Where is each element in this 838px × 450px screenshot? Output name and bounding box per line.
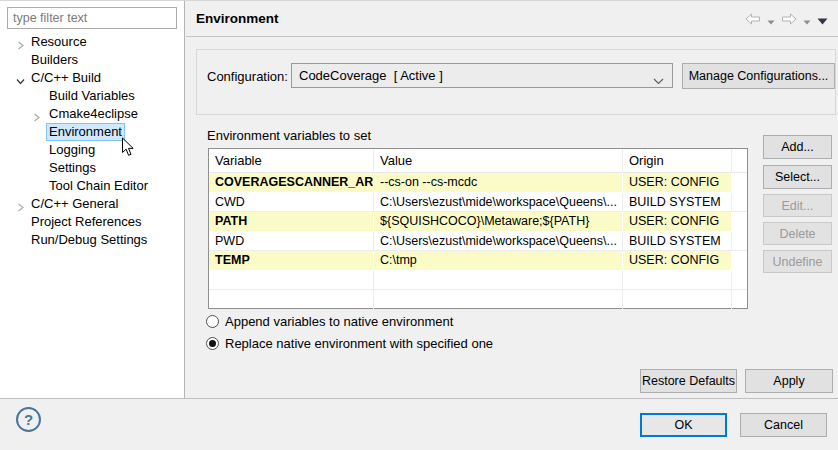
sidebar-item-label: Resource (29, 34, 89, 50)
column-header-variable[interactable]: Variable (209, 149, 374, 172)
sidebar-item-settings[interactable]: Settings (0, 159, 185, 177)
env-variables-table: Variable Value Origin COVERAGESCANNER_AR… (208, 148, 748, 309)
configuration-combobox[interactable]: CodeCoverage [ Active ] (291, 63, 673, 88)
sidebar-item-project-references[interactable]: Project References (0, 213, 185, 231)
cell-origin: USER: CONFIG (623, 173, 732, 192)
chevron-right-icon[interactable] (32, 109, 42, 119)
sidebar-item-label: C/C++ General (29, 196, 120, 212)
sidebar-item-label: Run/Debug Settings (29, 232, 149, 248)
sidebar-item-label: Builders (29, 52, 80, 68)
sidebar-item-resource[interactable]: Resource (0, 33, 185, 51)
properties-dialog: Resource Builders C/C++ Build Build Vari… (0, 0, 838, 450)
sidebar-item-label: Project References (29, 214, 144, 230)
table-row[interactable]: COVERAGESCANNER_ARGS --cs-on --cs-mcdc U… (209, 173, 747, 193)
sidebar-item-label: Build Variables (47, 88, 137, 104)
sidebar-item-run-debug-settings[interactable]: Run/Debug Settings (0, 231, 185, 249)
env-table-caption: Environment variables to set (207, 128, 371, 143)
cell-origin: USER: CONFIG (623, 212, 732, 231)
edit-button[interactable]: Edit... (763, 194, 832, 217)
configuration-group: Configuration: CodeCoverage [ Active ] M… (196, 49, 836, 115)
sidebar-item-environment[interactable]: Environment (0, 123, 185, 141)
sidebar-item-label: Tool Chain Editor (47, 178, 150, 194)
radio-append-variables[interactable]: Append variables to native environment (206, 313, 453, 329)
configuration-value: CodeCoverage [ Active ] (299, 68, 443, 83)
sidebar-item-label: Settings (47, 160, 98, 176)
sidebar-item-label-selected: Environment (47, 124, 124, 140)
column-header-filler (732, 149, 747, 172)
nav-back-menu-icon[interactable] (767, 13, 775, 28)
radio-label: Replace native environment with specifie… (225, 336, 493, 351)
chevron-down-icon (653, 73, 664, 88)
table-row[interactable]: PWD C:\Users\ezust\mide\workspace\Queens… (209, 232, 747, 252)
environment-page: Environment Configuration: CodeCoverage … (186, 1, 838, 398)
cell-variable: PATH (209, 212, 374, 231)
ok-button[interactable]: OK (640, 413, 727, 437)
delete-button[interactable]: Delete (763, 222, 832, 245)
nav-forward-arrow-icon[interactable] (781, 13, 797, 28)
title-separator (186, 36, 838, 37)
cell-value: ${SQUISHCOCO}\Metaware;${PATH} (374, 212, 623, 231)
sidebar-item-logging[interactable]: Logging (0, 141, 185, 159)
cell-value: --cs-on --cs-mcdc (374, 173, 623, 192)
bottom-separator (0, 398, 838, 399)
mouse-cursor (121, 137, 135, 157)
sidebar-item-label: C/C++ Build (29, 70, 103, 86)
sidebar: Resource Builders C/C++ Build Build Vari… (0, 1, 185, 398)
cell-origin: BUILD SYSTEM (623, 193, 732, 212)
select-button[interactable]: Select... (763, 165, 832, 189)
cell-origin: USER: CONFIG (623, 251, 732, 270)
page-nav-toolbar (745, 13, 828, 28)
column-header-value[interactable]: Value (374, 149, 623, 172)
filter-input[interactable] (7, 7, 177, 29)
apply-button[interactable]: Apply (745, 369, 833, 393)
cell-origin: BUILD SYSTEM (623, 232, 732, 251)
sidebar-item-build-variables[interactable]: Build Variables (0, 87, 185, 105)
cell-value: C:\tmp (374, 251, 623, 270)
nav-forward-menu-icon[interactable] (803, 13, 811, 28)
sidebar-item-label: Cmake4eclipse (47, 106, 140, 122)
radio-replace-environment[interactable]: Replace native environment with specifie… (206, 335, 493, 351)
preferences-tree: Resource Builders C/C++ Build Build Vari… (0, 33, 185, 249)
column-header-origin[interactable]: Origin (623, 149, 732, 172)
cell-value: C:\Users\ezust\mide\workspace\Queens\... (374, 193, 623, 212)
table-row[interactable]: TEMP C:\tmp USER: CONFIG (209, 251, 747, 271)
add-button[interactable]: Add... (763, 135, 832, 159)
cell-variable: TEMP (209, 251, 374, 270)
nav-back-arrow-icon[interactable] (745, 13, 761, 28)
table-row-empty[interactable] (209, 290, 747, 310)
radio-label: Append variables to native environment (225, 314, 453, 329)
sidebar-item-cpp-general[interactable]: C/C++ General (0, 195, 185, 213)
sidebar-item-label: Logging (47, 142, 97, 158)
table-row[interactable]: CWD C:\Users\ezust\mide\workspace\Queens… (209, 193, 747, 213)
undefine-button[interactable]: Undefine (763, 250, 832, 273)
table-header-row: Variable Value Origin (209, 149, 747, 173)
page-title: Environment (196, 11, 279, 26)
chevron-right-icon[interactable] (16, 37, 26, 47)
cell-variable: COVERAGESCANNER_ARGS (209, 173, 374, 192)
sidebar-item-tool-chain-editor[interactable]: Tool Chain Editor (0, 177, 185, 195)
view-menu-triangle-icon[interactable] (817, 13, 828, 28)
chevron-right-icon[interactable] (16, 199, 26, 209)
table-row[interactable]: PATH ${SQUISHCOCO}\Metaware;${PATH} USER… (209, 212, 747, 232)
table-row-empty[interactable] (209, 271, 747, 291)
radio-button-selected-icon[interactable] (206, 337, 219, 350)
sidebar-item-cmake4eclipse[interactable]: Cmake4eclipse (0, 105, 185, 123)
cell-variable: CWD (209, 193, 374, 212)
sidebar-item-cpp-build[interactable]: C/C++ Build (0, 69, 185, 87)
sidebar-item-builders[interactable]: Builders (0, 51, 185, 69)
manage-configurations-button[interactable]: Manage Configurations... (682, 63, 835, 89)
cancel-button[interactable]: Cancel (740, 413, 827, 437)
chevron-down-icon[interactable] (16, 73, 26, 83)
restore-defaults-button[interactable]: Restore Defaults (640, 369, 737, 393)
configuration-label: Configuration: (207, 69, 288, 84)
cell-value: C:\Users\ezust\mide\workspace\Queens\... (374, 232, 623, 251)
help-icon[interactable]: ? (16, 407, 41, 432)
radio-button-icon[interactable] (206, 315, 219, 328)
cell-variable: PWD (209, 232, 374, 251)
